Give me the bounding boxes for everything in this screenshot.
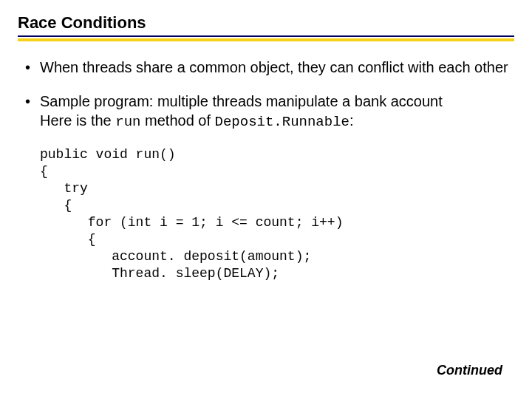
deposit-runnable-token: Deposit.Runnable	[215, 114, 349, 130]
bullet-2-mid: method of	[140, 112, 214, 129]
title-block: Race Conditions	[18, 13, 514, 41]
bullet-1: When threads share a common object, they…	[24, 58, 514, 77]
continued-label: Continued	[437, 363, 502, 378]
slide-title: Race Conditions	[18, 13, 514, 37]
run-code-token: run	[115, 114, 140, 130]
bullet-2-line1: Sample program: multiple threads manipul…	[40, 93, 443, 109]
bullet-1-text: When threads share a common object, they…	[40, 59, 508, 75]
slide-body: When threads share a common object, they…	[18, 58, 514, 132]
code-block: public void run() { try { for (int i = 1…	[40, 146, 514, 282]
accent-rule	[18, 38, 514, 41]
bullet-2-suffix: :	[349, 112, 354, 129]
bullet-2: Sample program: multiple threads manipul…	[24, 92, 514, 132]
bullet-2-prefix: Here is the	[40, 112, 115, 129]
